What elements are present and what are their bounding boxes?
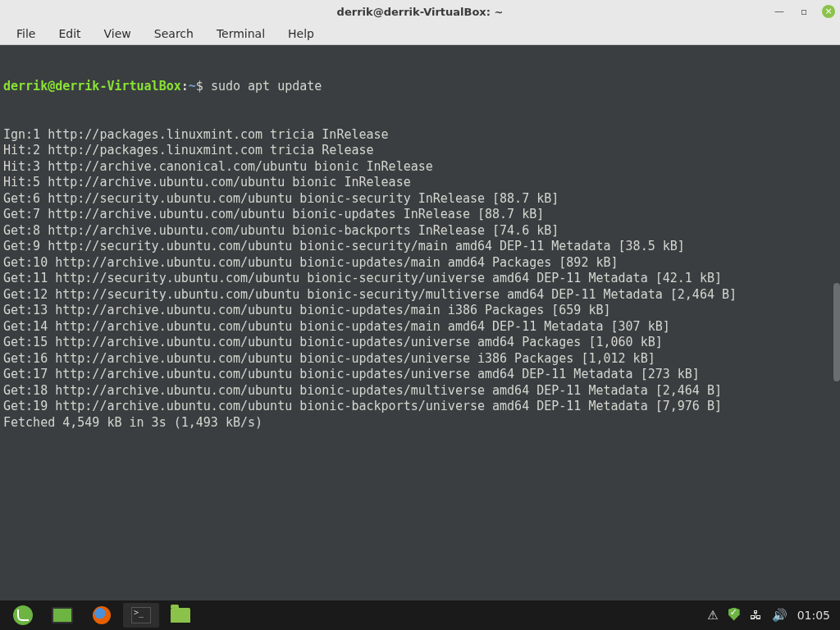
output-line: Get:19 http://archive.ubuntu.com/ubuntu … [3, 399, 837, 415]
output-line: Get:8 http://archive.ubuntu.com/ubuntu b… [3, 223, 837, 240]
output-line: Get:10 http://archive.ubuntu.com/ubuntu … [3, 255, 837, 272]
titlebar[interactable]: derrik@derrik-VirtualBox: ~ — ▫ × [0, 0, 840, 23]
window-title: derrik@derrik-VirtualBox: ~ [337, 6, 504, 18]
minimize-button[interactable]: — [773, 5, 786, 18]
scrollbar-thumb[interactable] [833, 283, 840, 381]
taskbar-left [5, 603, 199, 628]
update-shield-icon[interactable] [728, 608, 740, 623]
menubar: File Edit View Search Terminal Help [0, 23, 840, 45]
maximize-button[interactable]: ▫ [797, 5, 810, 18]
output-line: Hit:3 http://archive.canonical.com/ubunt… [3, 159, 837, 176]
prompt-path: ~ [189, 79, 196, 94]
mint-logo-icon [13, 605, 33, 625]
taskbar: ⚠ 🖧 🔊 01:05 [0, 600, 840, 630]
prompt-line: derrik@derrik-VirtualBox:~$ sudo apt upd… [3, 79, 837, 95]
warning-icon[interactable]: ⚠ [707, 608, 718, 623]
output-line: Get:11 http://security.ubuntu.com/ubuntu… [3, 271, 837, 287]
menu-button[interactable] [5, 603, 41, 628]
menu-help[interactable]: Help [276, 24, 326, 43]
prompt-sigil: $ [196, 79, 203, 94]
volume-icon[interactable]: 🔊 [772, 608, 788, 623]
output-line: Get:17 http://archive.ubuntu.com/ubuntu … [3, 367, 837, 383]
output-line: Get:14 http://archive.ubuntu.com/ubuntu … [3, 319, 837, 336]
entered-command: sudo apt update [211, 79, 322, 94]
menu-file[interactable]: File [5, 24, 47, 43]
terminal-icon [131, 607, 151, 623]
output-line: Get:18 http://archive.ubuntu.com/ubuntu … [3, 383, 837, 399]
prompt-colon: : [181, 79, 189, 94]
clock[interactable]: 01:05 [797, 609, 830, 622]
firefox-launcher[interactable] [84, 603, 120, 628]
close-button[interactable]: × [822, 5, 835, 18]
desktop-icon [52, 607, 73, 623]
output-line: Get:15 http://archive.ubuntu.com/ubuntu … [3, 335, 837, 351]
output-line: Fetched 4,549 kB in 3s (1,493 kB/s) [3, 415, 837, 431]
terminal-window: derrik@derrik-VirtualBox: ~ — ▫ × File E… [0, 0, 840, 600]
terminal-viewport[interactable]: derrik@derrik-VirtualBox:~$ sudo apt upd… [0, 45, 840, 600]
terminal-launcher[interactable] [123, 603, 159, 628]
terminal-output: Ign:1 http://packages.linuxmint.com tric… [3, 127, 837, 431]
menu-view[interactable]: View [93, 24, 143, 43]
output-line: Hit:5 http://archive.ubuntu.com/ubuntu b… [3, 175, 837, 191]
output-line: Get:7 http://archive.ubuntu.com/ubuntu b… [3, 207, 837, 223]
menu-terminal[interactable]: Terminal [205, 24, 276, 43]
output-line: Get:9 http://security.ubuntu.com/ubuntu … [3, 239, 837, 255]
folder-icon [171, 608, 190, 623]
system-tray: ⚠ 🖧 🔊 01:05 [707, 608, 835, 623]
output-line: Get:12 http://security.ubuntu.com/ubuntu… [3, 287, 837, 304]
files-launcher[interactable] [162, 603, 199, 628]
menu-edit[interactable]: Edit [47, 24, 92, 43]
network-icon[interactable]: 🖧 [750, 608, 762, 623]
output-line: Get:6 http://security.ubuntu.com/ubuntu … [3, 191, 837, 208]
firefox-icon [93, 606, 111, 624]
show-desktop-button[interactable] [44, 603, 80, 628]
output-line: Ign:1 http://packages.linuxmint.com tric… [3, 127, 837, 144]
window-controls: — ▫ × [773, 0, 835, 23]
output-line: Hit:2 http://packages.linuxmint.com tric… [3, 143, 837, 159]
output-line: Get:13 http://archive.ubuntu.com/ubuntu … [3, 303, 837, 319]
menu-search[interactable]: Search [143, 24, 205, 43]
prompt-user-host: derrik@derrik-VirtualBox [3, 79, 181, 94]
output-line: Get:16 http://archive.ubuntu.com/ubuntu … [3, 351, 837, 368]
